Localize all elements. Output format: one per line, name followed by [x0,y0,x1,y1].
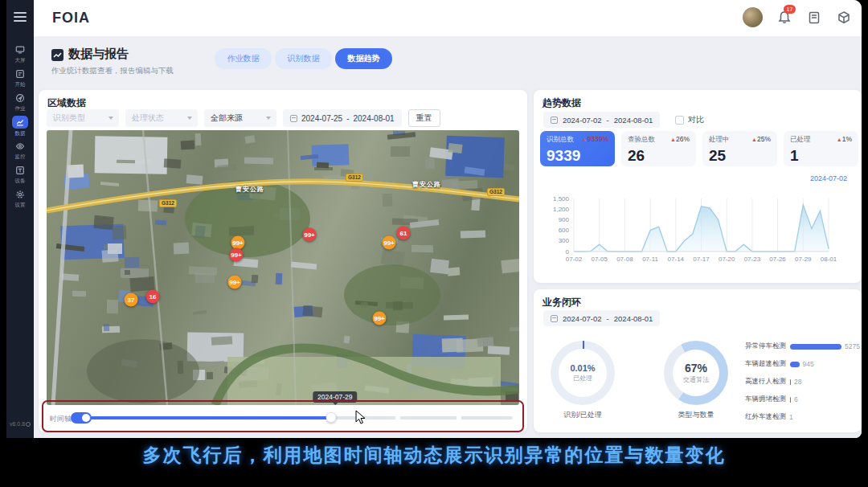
stat-value: 26 [628,147,690,165]
map-marker[interactable]: 61 [397,227,411,240]
road-label: 曹安公路 [412,180,441,189]
app-window: 大屏开始作业数据监控设备设置 v6.0.8 FOIA 17 [6,0,862,438]
notifications-bell-icon[interactable]: 17 [776,10,792,26]
stat-delta: ▲25% [751,135,771,145]
svg-text:1,500: 1,500 [553,195,570,203]
svg-text:07-05: 07-05 [591,256,608,263]
route-badge: G312 [346,174,363,182]
timeline-toggle[interactable] [71,412,92,424]
stat-card-3[interactable]: 已处理▲1%1 [784,131,858,166]
user-avatar[interactable] [743,7,763,27]
page-title: 数据与报告 [68,47,129,62]
traffic-algorithm-donut: 67% 交通算法 [664,341,728,405]
stat-label: 处理中 [709,135,730,145]
video-frame: 大屏开始作业数据监控设备设置 v6.0.8 FOIA 17 [0,0,868,487]
page-subtitle: 作业统计数据查看，报告编辑与下载 [51,66,174,76]
chart-hover-date: 2024-07-02 [810,174,847,182]
sidebar-item-big-screen[interactable]: 大屏 [6,42,34,66]
map-marker[interactable]: 16 [146,290,160,304]
map-marker[interactable]: 99+ [228,276,242,289]
date-start: 2024-07-02 [563,116,602,125]
process-status-select[interactable]: 处理状态 [125,109,198,127]
legend-value: 1 [789,413,793,421]
date-end: 2024-08-01 [354,114,395,123]
version-label: v6.0.8 [6,421,34,427]
version-dot-icon [26,422,31,427]
stat-card-0[interactable]: 识别总数▲9339%9339 [540,131,615,166]
stat-value: 1 [790,147,852,165]
calendar-icon [290,115,297,122]
svg-text:07-29: 07-29 [795,256,812,263]
legend-bar [790,397,791,403]
sidebar-item-start[interactable]: 开始 [6,66,34,90]
map-buildings-layer [47,130,519,405]
data-view-tabs: 作业数据识别数据数据趋势 [215,48,392,69]
svg-text:600: 600 [559,227,570,234]
svg-text:1,200: 1,200 [553,206,570,213]
sidebar-item-mission[interactable]: 作业 [6,90,34,114]
tab-data-trend[interactable]: 数据趋势 [335,48,392,69]
tab-job-data[interactable]: 作业数据 [215,48,272,69]
screen-icon [14,44,26,55]
legend-row: 高速行人检测28 [735,376,801,387]
timeline-slider[interactable] [90,410,513,426]
timeline-label: 时间轴 [50,414,72,424]
map-marker[interactable]: 99+ [303,228,317,242]
svg-text:07-08: 07-08 [616,256,633,263]
svg-text:300: 300 [559,237,570,244]
svg-text:0: 0 [566,248,570,256]
legend-label: 红外车速检测 [735,412,786,422]
processed-ratio-donut: 0.01% 已处理 [551,341,615,405]
calendar-icon [551,117,558,124]
stat-value: 9339 [547,147,608,165]
map-marker[interactable]: 37 [125,293,138,307]
app-logo: FOIA [52,10,90,27]
date-start: 2024-07-25 [301,114,342,123]
road-label: 曹安公路 [235,185,264,194]
top-bar: FOIA 17 [34,0,862,37]
legend-label: 高速行人检测 [735,377,786,387]
date-end: 2024-08-01 [614,314,653,323]
sidebar-item-data[interactable]: 数据 [6,114,34,138]
sidebar-item-monitor[interactable]: 监控 [6,138,34,162]
report-document-icon[interactable] [806,10,822,26]
stat-label: 已处理 [790,135,811,145]
stat-card-2[interactable]: 处理中▲25%25 [702,131,777,166]
compare-checkbox[interactable]: 对比 [675,114,704,125]
trend-date-range[interactable]: 2024-07-02 - 2024-08-01 [543,112,660,128]
map-markers-layer: 99+99+99+99+99+61371699+ [47,130,519,405]
trend-area-chart[interactable]: 07-0207-0507-0807-1107-1407-1707-2007-23… [540,189,855,272]
map-marker[interactable]: 99+ [231,236,245,250]
tab-recognition-data[interactable]: 识别数据 [275,48,332,69]
notification-badge: 17 [784,5,796,14]
map-marker[interactable]: 99+ [373,312,387,325]
stat-delta: ▲1% [837,135,852,145]
recognition-type-select[interactable]: 识别类型 [47,109,119,127]
svg-text:07-26: 07-26 [769,256,786,263]
loop-date-range[interactable]: 2024-07-02 - 2024-08-01 [543,310,660,326]
svg-text:07-23: 07-23 [744,256,761,263]
trend-panel-title: 趋势数据 [542,96,581,110]
legend-bar [790,344,841,350]
main-content: 数据与报告 作业统计数据查看，报告编辑与下载 作业数据识别数据数据趋势 区域数据… [34,37,862,438]
reset-button[interactable]: 重置 [408,109,440,127]
legend-bar [790,362,800,367]
stat-card-1[interactable]: 查验总数▲26%26 [621,131,696,166]
sidebar-item-settings[interactable]: 设置 [6,186,34,211]
source-select[interactable]: 全部来源 [204,109,276,127]
sidebar-item-device[interactable]: 设备 [6,162,34,186]
stat-cards: 识别总数▲9339%9339查验总数▲26%26处理中▲25%25已处理▲1%1 [540,131,858,166]
loop-panel-title: 业务闭环 [542,296,581,309]
map-marker[interactable]: 99+ [383,236,396,250]
satellite-map[interactable]: 曹安公路 曹安公路 G312 G312 G312 99+99+99+99+99+… [47,130,519,405]
legend-label: 异常停车检测 [735,342,786,351]
trend-data-panel: 趋势数据 2024-07-02 - 2024-08-01 对比 识别总数▲933… [534,90,862,283]
legend-row: 红外车速检测1 [735,411,793,423]
map-marker[interactable]: 99+ [230,248,244,262]
legend-row: 异常停车检测5275 [735,341,860,352]
resources-cube-icon[interactable] [836,10,852,26]
region-date-range[interactable]: 2024-07-25 - 2024-08-01 [283,109,402,127]
menu-icon[interactable] [14,12,27,22]
stat-label: 识别总数 [547,135,574,145]
slider-handle[interactable] [326,412,336,423]
